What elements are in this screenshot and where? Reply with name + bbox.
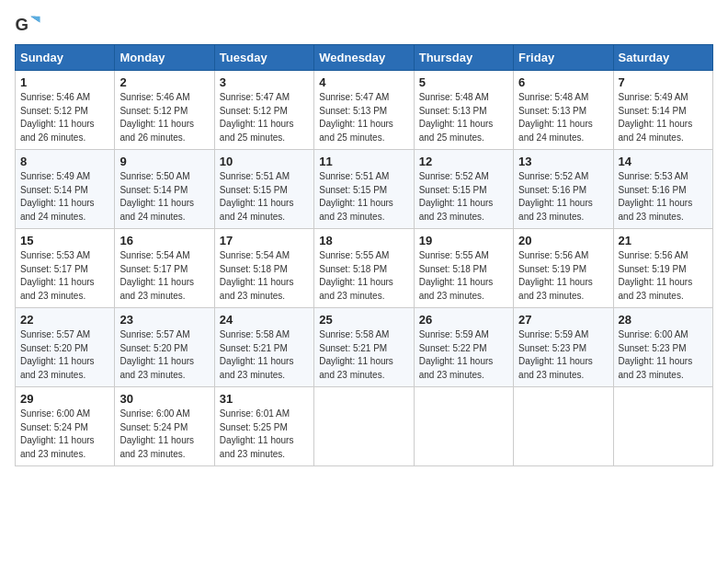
column-header-saturday: Saturday [613,45,712,71]
day-info: Sunrise: 5:57 AMSunset: 5:20 PMDaylight:… [119,329,194,380]
calendar-cell: 6Sunrise: 5:48 AMSunset: 5:13 PMDaylight… [514,71,613,150]
day-info: Sunrise: 5:59 AMSunset: 5:23 PMDaylight:… [518,329,593,380]
column-header-friday: Friday [514,45,613,71]
calendar-cell: 29Sunrise: 6:00 AMSunset: 5:24 PMDayligh… [16,387,115,466]
day-info: Sunrise: 5:58 AMSunset: 5:21 PMDaylight:… [220,329,294,380]
column-header-sunday: Sunday [16,45,115,71]
day-number: 6 [518,75,608,89]
calendar-cell: 9Sunrise: 5:50 AMSunset: 5:14 PMDaylight… [115,150,214,229]
day-number: 23 [119,313,209,327]
calendar-cell: 23Sunrise: 5:57 AMSunset: 5:20 PMDayligh… [115,308,214,387]
day-number: 27 [518,313,608,327]
day-info: Sunrise: 5:56 AMSunset: 5:19 PMDaylight:… [619,250,693,301]
day-info: Sunrise: 5:46 AMSunset: 5:12 PMDaylight:… [20,92,95,143]
day-number: 15 [20,234,109,247]
calendar-cell: 10Sunrise: 5:51 AMSunset: 5:15 PMDayligh… [214,150,313,229]
calendar-cell: 13Sunrise: 5:52 AMSunset: 5:16 PMDayligh… [514,150,613,229]
day-number: 13 [518,155,608,168]
day-number: 30 [119,392,209,406]
calendar-cell: 21Sunrise: 5:56 AMSunset: 5:19 PMDayligh… [613,229,712,308]
calendar-cell: 27Sunrise: 5:59 AMSunset: 5:23 PMDayligh… [514,308,613,387]
calendar-week-4: 22Sunrise: 5:57 AMSunset: 5:20 PMDayligh… [16,308,713,387]
day-number: 17 [220,234,309,247]
day-number: 19 [419,234,508,247]
calendar-cell: 30Sunrise: 6:00 AMSunset: 5:24 PMDayligh… [115,387,214,466]
day-info: Sunrise: 5:51 AMSunset: 5:15 PMDaylight:… [220,171,294,222]
calendar-cell: 4Sunrise: 5:47 AMSunset: 5:13 PMDaylight… [314,71,414,150]
day-info: Sunrise: 5:54 AMSunset: 5:18 PMDaylight:… [220,250,294,301]
day-number: 12 [419,155,508,168]
calendar-week-1: 1Sunrise: 5:46 AMSunset: 5:12 PMDaylight… [16,71,713,150]
calendar-cell: 14Sunrise: 5:53 AMSunset: 5:16 PMDayligh… [613,150,712,229]
day-number: 9 [119,155,209,168]
day-info: Sunrise: 5:48 AMSunset: 5:13 PMDaylight:… [518,92,593,143]
day-number: 8 [20,155,109,168]
svg-text:G: G [15,15,28,34]
calendar-cell: 15Sunrise: 5:53 AMSunset: 5:17 PMDayligh… [16,229,115,308]
day-number: 26 [419,313,508,327]
day-number: 16 [119,234,209,247]
day-info: Sunrise: 5:48 AMSunset: 5:13 PMDaylight:… [419,92,494,143]
calendar-cell [414,387,513,466]
day-info: Sunrise: 5:59 AMSunset: 5:22 PMDaylight:… [419,329,494,380]
column-header-tuesday: Tuesday [214,45,313,71]
column-header-monday: Monday [115,45,214,71]
day-info: Sunrise: 6:01 AMSunset: 5:25 PMDaylight:… [220,408,294,459]
calendar-cell [514,387,613,466]
calendar-table: SundayMondayTuesdayWednesdayThursdayFrid… [15,44,713,466]
day-number: 20 [518,234,608,247]
calendar-cell: 8Sunrise: 5:49 AMSunset: 5:14 PMDaylight… [16,150,115,229]
calendar-cell: 25Sunrise: 5:58 AMSunset: 5:21 PMDayligh… [314,308,414,387]
day-number: 28 [619,313,708,327]
day-number: 22 [20,313,109,327]
day-info: Sunrise: 5:50 AMSunset: 5:14 PMDaylight:… [119,171,194,222]
day-number: 1 [20,75,109,89]
day-info: Sunrise: 5:49 AMSunset: 5:14 PMDaylight:… [619,92,693,143]
calendar-week-2: 8Sunrise: 5:49 AMSunset: 5:14 PMDaylight… [16,150,713,229]
calendar-cell: 28Sunrise: 6:00 AMSunset: 5:23 PMDayligh… [613,308,712,387]
calendar-cell: 20Sunrise: 5:56 AMSunset: 5:19 PMDayligh… [514,229,613,308]
header: G [15,15,713,35]
calendar-cell: 12Sunrise: 5:52 AMSunset: 5:15 PMDayligh… [414,150,513,229]
day-number: 29 [20,392,109,406]
day-info: Sunrise: 5:56 AMSunset: 5:19 PMDaylight:… [518,250,593,301]
day-number: 21 [619,234,708,247]
calendar-cell: 2Sunrise: 5:46 AMSunset: 5:12 PMDaylight… [115,71,214,150]
day-info: Sunrise: 5:52 AMSunset: 5:15 PMDaylight:… [419,171,494,222]
day-number: 7 [619,75,708,89]
day-info: Sunrise: 5:52 AMSunset: 5:16 PMDaylight:… [518,171,593,222]
day-info: Sunrise: 6:00 AMSunset: 5:23 PMDaylight:… [619,329,693,380]
calendar-week-5: 29Sunrise: 6:00 AMSunset: 5:24 PMDayligh… [16,387,713,466]
day-number: 5 [419,75,508,89]
day-info: Sunrise: 6:00 AMSunset: 5:24 PMDaylight:… [20,408,95,459]
day-number: 11 [319,155,408,168]
day-number: 3 [220,75,309,89]
calendar-cell: 1Sunrise: 5:46 AMSunset: 5:12 PMDaylight… [16,71,115,150]
day-info: Sunrise: 5:55 AMSunset: 5:18 PMDaylight:… [319,250,393,301]
calendar-cell: 3Sunrise: 5:47 AMSunset: 5:12 PMDaylight… [214,71,313,150]
calendar-cell: 31Sunrise: 6:01 AMSunset: 5:25 PMDayligh… [214,387,313,466]
day-info: Sunrise: 5:55 AMSunset: 5:18 PMDaylight:… [419,250,494,301]
logo: G [15,15,44,35]
calendar-cell [314,387,414,466]
day-number: 25 [319,313,408,327]
day-number: 24 [220,313,309,327]
logo-icon: G [15,15,40,35]
column-header-wednesday: Wednesday [314,45,414,71]
calendar-cell: 22Sunrise: 5:57 AMSunset: 5:20 PMDayligh… [16,308,115,387]
calendar-cell: 26Sunrise: 5:59 AMSunset: 5:22 PMDayligh… [414,308,513,387]
calendar-cell [613,387,712,466]
day-number: 4 [319,75,408,89]
day-info: Sunrise: 5:47 AMSunset: 5:12 PMDaylight:… [220,92,294,143]
day-info: Sunrise: 5:53 AMSunset: 5:17 PMDaylight:… [20,250,95,301]
day-number: 18 [319,234,408,247]
column-header-thursday: Thursday [414,45,513,71]
day-info: Sunrise: 5:58 AMSunset: 5:21 PMDaylight:… [319,329,393,380]
calendar-cell: 5Sunrise: 5:48 AMSunset: 5:13 PMDaylight… [414,71,513,150]
calendar-cell: 17Sunrise: 5:54 AMSunset: 5:18 PMDayligh… [214,229,313,308]
day-info: Sunrise: 5:54 AMSunset: 5:17 PMDaylight:… [119,250,194,301]
calendar-cell: 24Sunrise: 5:58 AMSunset: 5:21 PMDayligh… [214,308,313,387]
svg-marker-2 [30,17,40,23]
day-info: Sunrise: 5:57 AMSunset: 5:20 PMDaylight:… [20,329,95,380]
day-number: 2 [119,75,209,89]
